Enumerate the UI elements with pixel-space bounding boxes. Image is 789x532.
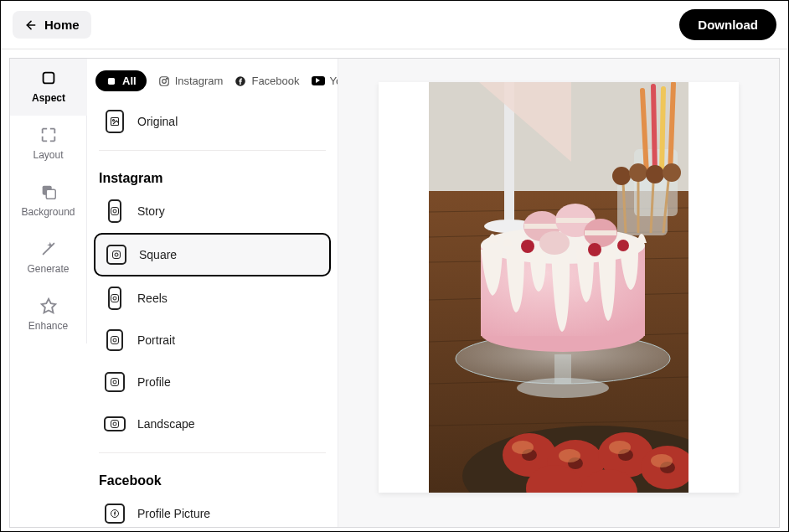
svg-point-6 bbox=[162, 79, 166, 83]
enhance-icon bbox=[39, 297, 58, 315]
background-icon bbox=[39, 183, 58, 201]
aspect-instagram-square[interactable]: Square bbox=[94, 233, 331, 276]
aspect-icon bbox=[39, 69, 58, 87]
svg-rect-19 bbox=[111, 379, 119, 386]
svg-rect-61 bbox=[585, 230, 616, 235]
original-icon bbox=[104, 108, 126, 135]
reels-icon bbox=[104, 285, 126, 312]
aspect-label: Profile bbox=[137, 375, 171, 389]
filter-youtube[interactable]: YouTube bbox=[312, 75, 338, 87]
square-icon bbox=[106, 75, 117, 87]
svg-rect-3 bbox=[46, 189, 55, 199]
sidebar-label: Layout bbox=[33, 149, 63, 161]
svg-rect-21 bbox=[111, 421, 119, 428]
svg-rect-1 bbox=[44, 73, 54, 84]
svg-point-12 bbox=[113, 209, 116, 213]
svg-point-49 bbox=[663, 163, 681, 182]
filter-instagram[interactable]: Instagram bbox=[158, 75, 224, 87]
filter-row: All Instagram Facebook YouTube bbox=[87, 67, 338, 100]
svg-point-79 bbox=[609, 441, 631, 454]
sidebar-label: Background bbox=[21, 206, 75, 218]
layout-icon bbox=[39, 126, 58, 144]
sidebar-item-background[interactable]: Background bbox=[10, 173, 87, 230]
home-label: Home bbox=[44, 18, 80, 32]
svg-point-7 bbox=[166, 78, 167, 79]
aspect-original[interactable]: Original bbox=[94, 101, 331, 142]
svg-rect-13 bbox=[113, 251, 121, 259]
aspect-label: Reels bbox=[137, 292, 168, 305]
svg-point-64 bbox=[588, 243, 601, 256]
fb-profile-icon bbox=[104, 500, 126, 527]
aspect-facebook-profile-picture[interactable]: Profile Picture bbox=[94, 493, 331, 527]
story-icon bbox=[104, 198, 126, 225]
filter-label: All bbox=[122, 75, 137, 87]
download-label: Download bbox=[698, 18, 758, 32]
sidebar-item-generate[interactable]: Generate bbox=[10, 230, 87, 287]
svg-point-18 bbox=[113, 338, 116, 342]
youtube-icon bbox=[312, 76, 325, 85]
aspect-instagram-reels[interactable]: Reels bbox=[94, 278, 331, 318]
aspect-label: Original bbox=[137, 115, 178, 128]
svg-rect-57 bbox=[524, 224, 560, 229]
sidebar-item-enhance[interactable]: Enhance bbox=[10, 287, 87, 343]
svg-point-65 bbox=[617, 240, 629, 251]
aspect-instagram-landscape[interactable]: Landscape bbox=[94, 404, 331, 444]
svg-line-38 bbox=[653, 86, 655, 174]
aspect-label: Square bbox=[139, 248, 177, 261]
canvas-preview[interactable] bbox=[379, 82, 739, 493]
aspect-instagram-story[interactable]: Story bbox=[94, 191, 331, 231]
svg-point-48 bbox=[646, 165, 664, 183]
section-facebook: Facebook bbox=[87, 462, 338, 492]
svg-point-20 bbox=[113, 380, 116, 384]
svg-point-62 bbox=[539, 231, 570, 255]
facebook-icon bbox=[235, 75, 246, 87]
sidebar-item-layout[interactable]: Layout bbox=[10, 116, 87, 173]
home-button[interactable]: Home bbox=[13, 11, 91, 39]
filter-label: Facebook bbox=[251, 75, 299, 87]
preview-image bbox=[429, 82, 688, 493]
svg-point-80 bbox=[651, 454, 673, 467]
svg-point-77 bbox=[512, 441, 534, 454]
sidebar-label: Enhance bbox=[28, 320, 68, 332]
sidebar-label: Generate bbox=[27, 263, 69, 275]
sidebar-item-aspect[interactable]: Aspect bbox=[10, 59, 87, 116]
svg-point-10 bbox=[113, 120, 115, 121]
svg-rect-11 bbox=[111, 208, 119, 215]
landscape-icon bbox=[104, 411, 126, 437]
aspect-label: Profile Picture bbox=[137, 507, 210, 520]
arrow-left-icon bbox=[24, 18, 38, 32]
divider bbox=[99, 452, 326, 453]
aspect-instagram-portrait[interactable]: Portrait bbox=[94, 320, 331, 360]
generate-icon bbox=[39, 240, 58, 258]
svg-point-78 bbox=[559, 449, 580, 462]
svg-point-14 bbox=[115, 253, 118, 256]
download-button[interactable]: Download bbox=[679, 9, 776, 40]
filter-all[interactable]: All bbox=[95, 70, 147, 91]
filter-label: YouTube bbox=[330, 75, 338, 87]
svg-point-47 bbox=[629, 163, 647, 182]
sidebar-label: Aspect bbox=[32, 92, 65, 104]
divider bbox=[99, 150, 326, 151]
sidebar: Aspect Layout Background Generate Enhanc… bbox=[10, 59, 87, 527]
aspect-label: Story bbox=[137, 204, 165, 218]
square-icon bbox=[106, 241, 127, 268]
svg-point-52 bbox=[517, 378, 609, 398]
aspect-instagram-profile[interactable]: Profile bbox=[94, 362, 331, 402]
aspect-label: Landscape bbox=[137, 417, 195, 431]
aspect-panel: All Instagram Facebook YouTube bbox=[87, 59, 338, 527]
filter-label: Instagram bbox=[175, 75, 224, 87]
svg-rect-4 bbox=[108, 77, 115, 84]
filter-facebook[interactable]: Facebook bbox=[235, 75, 299, 87]
svg-point-46 bbox=[612, 167, 631, 185]
aspect-label: Portrait bbox=[137, 333, 175, 347]
instagram-icon bbox=[158, 75, 170, 87]
svg-point-16 bbox=[113, 297, 116, 300]
topbar: Home Download bbox=[1, 1, 788, 49]
portrait-icon bbox=[104, 327, 126, 354]
svg-point-63 bbox=[521, 240, 534, 253]
svg-rect-15 bbox=[111, 295, 119, 302]
svg-line-39 bbox=[662, 89, 663, 174]
svg-line-40 bbox=[670, 84, 673, 174]
svg-rect-17 bbox=[111, 337, 119, 344]
canvas-area bbox=[338, 59, 779, 527]
